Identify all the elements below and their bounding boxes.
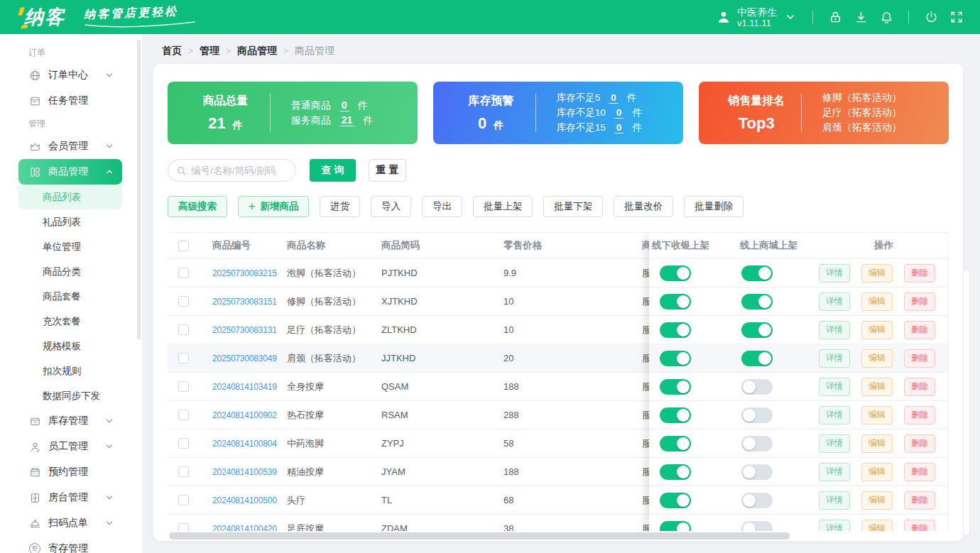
sidebar-subitem-8[interactable]: 数据同步下发 xyxy=(18,383,122,408)
online-mall-toggle[interactable] xyxy=(741,379,773,395)
row-checkbox[interactable] xyxy=(178,381,189,392)
product-id-link[interactable]: 20240814100804 xyxy=(205,439,280,449)
online-mall-toggle[interactable] xyxy=(741,436,773,451)
product-id-link[interactable]: 20250730083151 xyxy=(205,297,280,307)
online-mall-toggle[interactable] xyxy=(741,351,773,366)
user-menu[interactable]: 中医养生 v1.11.11 xyxy=(716,6,798,28)
product-id-link[interactable]: 20240814100500 xyxy=(205,495,280,505)
detail-button[interactable]: 详情 xyxy=(819,292,850,311)
row-checkbox[interactable] xyxy=(178,466,189,477)
row-checkbox[interactable] xyxy=(178,410,189,420)
detail-button[interactable]: 详情 xyxy=(819,321,850,339)
stat-line-value[interactable]: 21 xyxy=(339,114,355,126)
toolbar-button-1[interactable]: +新增商品 xyxy=(238,196,309,217)
stat-line-value[interactable]: 0 xyxy=(614,107,624,119)
detail-button[interactable]: 详情 xyxy=(819,264,850,283)
delete-button[interactable]: 删除 xyxy=(904,491,935,510)
product-id-link[interactable]: 20240814100539 xyxy=(205,467,280,477)
edit-button[interactable]: 编辑 xyxy=(861,406,893,425)
offline-pos-toggle[interactable] xyxy=(660,464,691,480)
offline-pos-toggle[interactable] xyxy=(660,265,691,281)
offline-pos-toggle[interactable] xyxy=(660,436,691,451)
delete-button[interactable]: 删除 xyxy=(904,321,935,339)
online-mall-toggle[interactable] xyxy=(741,322,773,338)
sidebar-subitem-4[interactable]: 商品套餐 xyxy=(18,284,122,309)
delete-button[interactable]: 删除 xyxy=(904,434,935,453)
product-id-link[interactable]: 20240814103419 xyxy=(205,382,280,392)
detail-button[interactable]: 详情 xyxy=(819,463,850,481)
delete-button[interactable]: 删除 xyxy=(904,406,935,425)
edit-button[interactable]: 编辑 xyxy=(861,378,893,396)
delete-button[interactable]: 删除 xyxy=(904,378,935,396)
offline-pos-toggle[interactable] xyxy=(660,493,691,508)
edit-button[interactable]: 编辑 xyxy=(861,292,893,311)
sidebar-subitem-0[interactable]: 商品列表 xyxy=(18,185,122,209)
online-mall-toggle[interactable] xyxy=(741,493,773,508)
product-id-link[interactable]: 20250730083215 xyxy=(205,268,280,278)
sidebar-item-1-4[interactable]: 预约管理 xyxy=(18,459,122,485)
toolbar-button-7[interactable]: 批量改价 xyxy=(614,196,673,217)
breadcrumb-item-1[interactable]: 管理 xyxy=(200,45,219,58)
select-all-checkbox[interactable] xyxy=(178,241,189,251)
sidebar-item-0-0[interactable]: 订单中心 xyxy=(18,62,122,88)
offline-pos-toggle[interactable] xyxy=(660,407,691,423)
sidebar-subitem-1[interactable]: 礼品列表 xyxy=(18,209,122,234)
toolbar-button-8[interactable]: 批量删除 xyxy=(684,196,744,217)
column-header[interactable]: 商品编号 xyxy=(205,239,280,252)
sidebar-item-1-3[interactable]: 员工管理 xyxy=(18,434,122,459)
query-button[interactable]: 查 询 xyxy=(310,159,356,182)
row-checkbox[interactable] xyxy=(178,438,189,449)
reset-button[interactable]: 重 置 xyxy=(369,159,406,182)
power-icon[interactable] xyxy=(923,9,939,25)
delete-button[interactable]: 删除 xyxy=(904,292,935,311)
stat-line-value[interactable]: 0 xyxy=(339,99,349,111)
lock-icon[interactable] xyxy=(827,9,843,25)
delete-button[interactable]: 删除 xyxy=(904,264,935,283)
sidebar-item-1-7[interactable]: 寄寄存管理 xyxy=(18,536,122,553)
edit-button[interactable]: 编辑 xyxy=(861,463,893,481)
column-header[interactable]: 商品名称 xyxy=(280,239,374,252)
detail-button[interactable]: 详情 xyxy=(819,406,850,425)
row-checkbox[interactable] xyxy=(178,296,189,307)
row-checkbox[interactable] xyxy=(178,324,189,335)
edit-button[interactable]: 编辑 xyxy=(861,264,893,283)
column-header[interactable]: 商品简码 xyxy=(374,239,496,252)
toolbar-button-5[interactable]: 批量上架 xyxy=(473,196,533,217)
offline-pos-toggle[interactable] xyxy=(660,351,691,366)
bell-icon[interactable] xyxy=(878,9,894,25)
horizontal-scrollbar-thumb[interactable] xyxy=(169,532,790,540)
toolbar-button-6[interactable]: 批量下架 xyxy=(543,196,603,217)
sidebar-item-1-2[interactable]: 库存管理 xyxy=(18,408,122,434)
column-header[interactable]: 零售价格 xyxy=(496,239,635,252)
edit-button[interactable]: 编辑 xyxy=(861,491,893,510)
sidebar-scrollbar[interactable] xyxy=(137,40,141,339)
delete-button[interactable]: 删除 xyxy=(904,463,935,481)
product-id-link[interactable]: 20240814100902 xyxy=(205,410,280,420)
brand-logo[interactable]: 纳客 xyxy=(24,4,65,30)
sidebar-item-1-1[interactable]: 商品管理 xyxy=(18,159,122,185)
row-checkbox[interactable] xyxy=(178,495,189,505)
detail-button[interactable]: 详情 xyxy=(819,378,850,396)
sidebar-subitem-2[interactable]: 单位管理 xyxy=(18,234,122,259)
detail-button[interactable]: 详情 xyxy=(819,349,850,368)
offline-pos-toggle[interactable] xyxy=(660,294,691,310)
toolbar-button-3[interactable]: 导入 xyxy=(371,196,411,217)
stat-line-value[interactable]: 0 xyxy=(609,92,619,104)
product-id-link[interactable]: 20250730083049 xyxy=(205,354,280,363)
online-mall-toggle[interactable] xyxy=(741,464,773,480)
product-id-link[interactable]: 20250730083131 xyxy=(205,325,280,335)
row-checkbox[interactable] xyxy=(178,353,189,363)
sidebar-item-0-1[interactable]: 任务管理 xyxy=(18,88,122,114)
sidebar-item-1-0[interactable]: 会员管理 xyxy=(18,133,122,159)
sidebar-item-1-5[interactable]: 房台管理 xyxy=(18,485,122,510)
sidebar-subitem-5[interactable]: 充次套餐 xyxy=(18,309,122,334)
column-header[interactable]: 线上商城上架 xyxy=(733,239,819,252)
online-mall-toggle[interactable] xyxy=(741,294,773,310)
detail-button[interactable]: 详情 xyxy=(819,491,850,510)
online-mall-toggle[interactable] xyxy=(741,265,773,281)
delete-button[interactable]: 删除 xyxy=(904,349,935,368)
online-mall-toggle[interactable] xyxy=(741,407,773,423)
offline-pos-toggle[interactable] xyxy=(660,322,691,338)
breadcrumb-item-0[interactable]: 首页 xyxy=(162,45,182,58)
fullscreen-icon[interactable] xyxy=(949,9,964,25)
